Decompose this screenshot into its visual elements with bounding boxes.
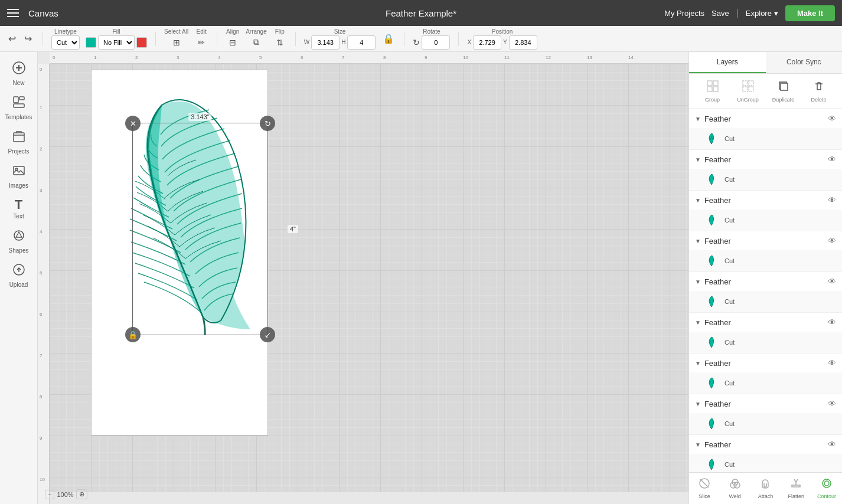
duplicate-button[interactable]: Duplicate [766, 77, 801, 105]
undo-button[interactable]: ↩ [6, 32, 18, 45]
position-x-input[interactable] [473, 35, 501, 50]
layer-item-8[interactable]: Cut [689, 413, 842, 434]
layer-item-7[interactable]: Cut [689, 372, 842, 394]
ungroup-icon [742, 80, 755, 96]
pen-color-swatch[interactable] [136, 37, 147, 48]
svg-rect-7 [14, 166, 24, 175]
zoom-out-button[interactable]: − [45, 490, 54, 499]
layer-header-4[interactable]: ▼ Feather 👁 [689, 231, 842, 250]
delete-icon [812, 80, 825, 96]
layer-group-2: ▼ Feather 👁 Cut [689, 150, 842, 191]
ungroup-button[interactable]: UnGroup [730, 77, 766, 105]
delete-button[interactable]: Delete [801, 77, 837, 105]
layer-item-2[interactable]: Cut [689, 169, 842, 190]
linetype-select[interactable]: Cut [51, 35, 80, 50]
eye-icon-1[interactable]: 👁 [828, 114, 836, 123]
tab-color-sync[interactable]: Color Sync [766, 52, 843, 73]
canvas-area[interactable]: 0 1 2 3 4 5 6 7 8 9 10 11 12 13 14 0 1 2… [38, 52, 688, 504]
layer-header-3[interactable]: ▼ Feather 👁 [689, 191, 842, 210]
eye-icon-7[interactable]: 👁 [828, 358, 836, 368]
position-y-label: Y [503, 39, 507, 45]
layer-header-9[interactable]: ▼ Feather 👁 [689, 435, 842, 454]
layer-header-5[interactable]: ▼ Feather 👁 [689, 272, 842, 291]
sidebar-item-images-label: Images [9, 182, 28, 189]
select-all-button[interactable]: ⊞ [169, 35, 184, 50]
eye-icon-8[interactable]: 👁 [828, 399, 836, 408]
layer-item-6[interactable]: Cut [689, 332, 842, 353]
sidebar-item-projects[interactable]: Projects [2, 126, 35, 158]
layer-name-8: Feather [704, 400, 824, 408]
layer-header-7[interactable]: ▼ Feather 👁 [689, 354, 842, 372]
weld-button[interactable]: Weld [720, 475, 750, 502]
my-projects-button[interactable]: My Projects [664, 9, 704, 18]
sidebar-item-upload[interactable]: Upload [2, 260, 35, 292]
arrange-button[interactable]: ⧉ [249, 35, 263, 50]
layer-item-5[interactable]: Cut [689, 291, 842, 312]
fill-select[interactable]: No Fill [98, 35, 135, 50]
slice-button[interactable]: Slice [689, 475, 720, 502]
layer-name-1: Feather [704, 114, 824, 123]
layer-group-9: ▼ Feather 👁 Cut [689, 435, 842, 472]
make-it-button[interactable]: Make It [785, 5, 835, 21]
explore-button[interactable]: Explore ▾ [746, 9, 778, 18]
layer-group-1: ▼ Feather 👁 Cut [689, 109, 842, 150]
group-icon [706, 80, 719, 96]
eye-icon-2[interactable]: 👁 [828, 155, 836, 164]
save-button[interactable]: Save [712, 9, 729, 18]
eye-icon-5[interactable]: 👁 [828, 277, 836, 286]
contour-button[interactable]: Contour [811, 475, 842, 502]
size-w-input[interactable] [311, 35, 340, 50]
toolbar: ↩ ↪ Linetype Cut Fill No Fill Select All… [0, 26, 842, 52]
rotate-input[interactable] [422, 35, 450, 50]
zoom-fit-button[interactable]: ⊕ [76, 489, 87, 499]
attach-icon [759, 477, 771, 492]
svg-rect-3 [14, 97, 18, 103]
layer-item-1[interactable]: Cut [689, 128, 842, 149]
eye-icon-6[interactable]: 👁 [828, 318, 836, 327]
sidebar-item-images[interactable]: Images [2, 161, 35, 192]
layer-item-4[interactable]: Cut [689, 250, 842, 271]
group-button[interactable]: Group [695, 77, 730, 105]
layer-header-8[interactable]: ▼ Feather 👁 [689, 394, 842, 413]
upload-icon [12, 263, 25, 280]
layer-item-9[interactable]: Cut [689, 454, 842, 472]
sidebar-item-new[interactable]: New [2, 58, 35, 90]
layer-group-7: ▼ Feather 👁 Cut [689, 354, 842, 394]
layer-header-1[interactable]: ▼ Feather 👁 [689, 109, 842, 128]
layer-header-2[interactable]: ▼ Feather 👁 [689, 150, 842, 169]
edit-button[interactable]: ✏ [194, 35, 208, 50]
layer-name-7: Feather [704, 359, 824, 368]
feather-object[interactable] [97, 81, 274, 335]
layer-item-3[interactable]: Cut [689, 210, 842, 231]
flatten-icon [790, 477, 802, 492]
layer-name-9: Feather [704, 440, 824, 449]
layer-header-6[interactable]: ▼ Feather 👁 [689, 313, 842, 332]
sidebar-item-templates[interactable]: Templates [2, 92, 35, 124]
size-h-input[interactable] [347, 35, 376, 50]
attach-button[interactable]: Attach [750, 475, 781, 502]
flip-button[interactable]: ⇅ [273, 35, 287, 50]
align-label: Align [226, 28, 239, 35]
layer-thumb-1 [703, 130, 720, 147]
eye-icon-9[interactable]: 👁 [828, 440, 836, 449]
layer-thumb-7 [703, 375, 720, 391]
chevron-icon-8: ▼ [695, 401, 701, 407]
sidebar-item-shapes[interactable]: Shapes [2, 225, 35, 257]
lock-button[interactable]: 🔒 [381, 32, 396, 46]
size-label: Size [334, 28, 345, 35]
flatten-button[interactable]: Flatten [781, 475, 811, 502]
sidebar-item-text[interactable]: T Text [2, 195, 35, 223]
layer-subitem-name-3: Cut [724, 217, 735, 224]
eye-icon-3[interactable]: 👁 [828, 195, 836, 205]
eye-icon-4[interactable]: 👁 [828, 236, 836, 246]
align-button[interactable]: ⊟ [226, 35, 240, 50]
tab-layers[interactable]: Layers [689, 52, 766, 73]
rotate-label: Rotate [423, 28, 440, 35]
fill-color-swatch[interactable] [86, 37, 96, 48]
redo-button[interactable]: ↪ [22, 32, 34, 45]
chevron-icon-7: ▼ [695, 360, 701, 366]
canvas-background[interactable]: 3.143" 4" ✕ ↻ 🔒 ↙ [50, 64, 688, 492]
position-y-input[interactable] [509, 35, 537, 50]
hamburger-menu[interactable] [7, 9, 19, 17]
chevron-icon-4: ▼ [695, 238, 701, 244]
